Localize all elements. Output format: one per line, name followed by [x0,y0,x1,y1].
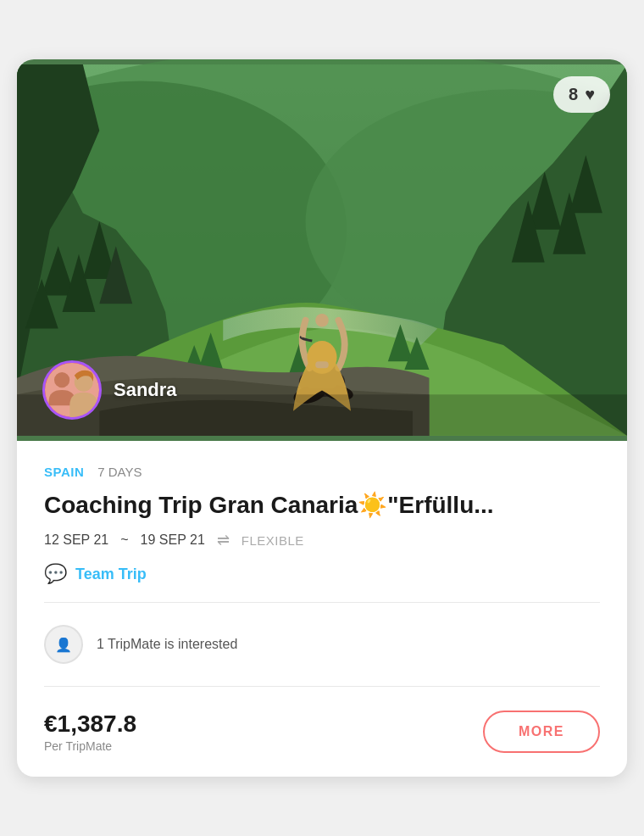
svg-rect-10 [315,361,329,368]
date-start: 12 SEP 21 [44,532,108,548]
shuffle-icon: ⇌ [217,531,230,549]
price-row: €1,387.8 Per TripMate MORE [44,702,600,753]
team-trip-row[interactable]: 💬 Team Trip [44,563,600,585]
more-button[interactable]: MORE [483,711,600,753]
tripmate-text: 1 TripMate is interested [97,637,237,652]
avatar-container: Sandra [42,360,177,420]
svg-point-13 [54,372,69,387]
date-row: 12 SEP 21 ~ 19 SEP 21 ⇌ FLEXIBLE [44,531,600,549]
days-label: 7 DAYS [97,465,142,479]
like-badge[interactable]: 8 ♥ [553,76,610,113]
svg-point-9 [307,341,336,374]
date-separator: ~ [120,532,128,548]
tripmate-avatar: 👤 [44,625,83,664]
avatar-name: Sandra [114,379,177,401]
person-icon: 👤 [55,637,72,653]
avatar [42,360,102,420]
trip-card: 8 ♥ Sandra [17,59,627,777]
date-end: 19 SEP 21 [141,532,205,548]
tripmates-row: 👤 1 TripMate is interested [44,618,600,671]
chat-icon: 💬 [44,563,67,585]
price-block: €1,387.8 Per TripMate [44,711,136,753]
meta-row: SPAIN 7 DAYS [44,465,600,479]
svg-point-8 [315,314,329,327]
card-body: SPAIN 7 DAYS Coaching Trip Gran Canaria☀… [17,441,627,777]
price-sub: Per TripMate [44,739,136,753]
heart-icon: ♥ [585,85,595,104]
like-count: 8 [569,85,578,104]
card-image: 8 ♥ Sandra [17,59,627,441]
divider-1 [44,602,600,603]
divider-2 [44,686,600,687]
country-label: SPAIN [44,465,84,479]
price-value: €1,387.8 [44,711,136,738]
trip-title: Coaching Trip Gran Canaria☀️"Erfüllu... [44,491,600,520]
team-trip-label: Team Trip [75,566,147,583]
flexible-label: FLEXIBLE [242,533,304,548]
